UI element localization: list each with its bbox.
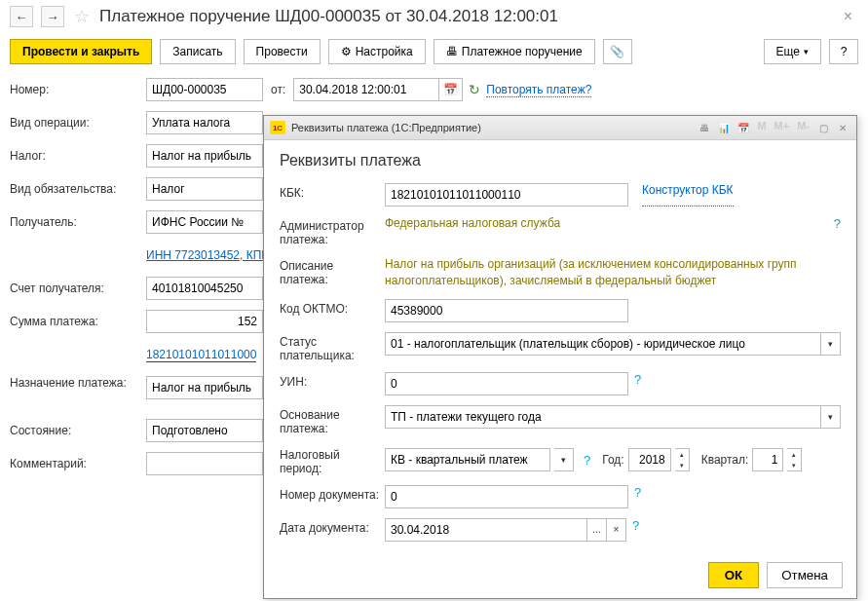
recipient-field[interactable] xyxy=(146,210,263,234)
close-icon[interactable]: × xyxy=(838,8,858,25)
payment-requisites-dialog: 1C Реквизиты платежа (1С:Предприятие) 🖶 … xyxy=(263,115,857,599)
status-select[interactable] xyxy=(385,332,821,356)
ok-button[interactable]: ОК xyxy=(708,562,760,588)
op-type-field[interactable] xyxy=(146,111,263,134)
desc-label: Описание платежа: xyxy=(280,256,385,289)
chevron-down-icon: ▾ xyxy=(804,47,809,56)
settings-button[interactable]: ⚙Настройка xyxy=(328,39,426,64)
sum-field[interactable] xyxy=(146,310,263,333)
docdate-label: Дата документа: xyxy=(280,518,385,542)
comment-label: Комментарий: xyxy=(10,457,146,470)
from-label: от: xyxy=(271,83,285,96)
obligation-field[interactable] xyxy=(146,177,263,201)
modal-heading: Реквизиты платежа xyxy=(280,152,841,169)
uin-field[interactable] xyxy=(385,372,628,395)
conduct-and-close-button[interactable]: Провести и закрыть xyxy=(10,39,152,64)
more-button[interactable]: Еще ▾ xyxy=(764,39,821,64)
docdate-select-button[interactable]: ... xyxy=(587,518,607,542)
calc-icon[interactable]: 📊 xyxy=(716,120,732,135)
quarter-field[interactable] xyxy=(752,448,783,471)
docdate-help-icon[interactable]: ? xyxy=(632,518,639,542)
header-bar: ← → ☆ Платежное поручение ШД00-000035 от… xyxy=(0,0,868,33)
comment-field[interactable] xyxy=(146,452,263,475)
acct-field[interactable] xyxy=(146,277,263,300)
help-button[interactable]: ? xyxy=(829,39,858,64)
calendar-icon[interactable]: 📅 xyxy=(736,120,751,135)
nav-forward-button[interactable]: → xyxy=(41,6,64,27)
docnum-help-icon[interactable]: ? xyxy=(634,485,641,508)
save-button[interactable]: Записать xyxy=(160,39,235,64)
period-label: Налоговый период: xyxy=(280,445,385,475)
toolbar: Провести и закрыть Записать Провести ⚙На… xyxy=(0,33,868,70)
admin-value: Федеральная налоговая служба xyxy=(385,216,560,246)
print-button[interactable]: 🖶Платежное поручение xyxy=(434,39,595,64)
basis-label: Основание платежа: xyxy=(280,405,385,435)
state-label: Состояние: xyxy=(10,424,146,437)
recipient-label: Получатель: xyxy=(10,215,146,229)
nav-back-button[interactable]: ← xyxy=(10,6,33,27)
calendar-button[interactable]: 📅 xyxy=(439,78,463,101)
obligation-label: Вид обязательства: xyxy=(10,182,146,196)
docnum-label: Номер документа: xyxy=(280,485,385,508)
minimize-icon[interactable]: ▢ xyxy=(815,120,831,135)
attach-button[interactable]: 📎 xyxy=(603,39,632,64)
docnum-field[interactable] xyxy=(385,485,628,508)
admin-label: Администратор платежа: xyxy=(280,216,385,246)
cancel-button[interactable]: Отмена xyxy=(767,562,843,588)
basis-dropdown-button[interactable]: ▾ xyxy=(821,405,841,429)
page-title: Платежное поручение ШД00-000035 от 30.04… xyxy=(99,7,558,26)
tax-label: Налог: xyxy=(10,149,146,163)
uin-label: УИН: xyxy=(280,372,385,395)
modal-close-icon[interactable]: ✕ xyxy=(835,120,850,135)
print-icon[interactable]: 🖶 xyxy=(697,120,712,135)
date-field[interactable] xyxy=(293,78,439,101)
kbk-label: КБК: xyxy=(280,183,385,207)
modal-window-title: Реквизиты платежа (1С:Предприятие) xyxy=(291,122,481,133)
acct-label: Счет получателя: xyxy=(10,282,146,295)
period-select[interactable] xyxy=(385,448,550,471)
1c-icon: 1C xyxy=(270,121,285,134)
op-type-label: Вид операции: xyxy=(10,116,146,130)
status-dropdown-button[interactable]: ▾ xyxy=(821,332,841,356)
m-icon[interactable]: M xyxy=(755,120,768,135)
oktmo-field[interactable] xyxy=(385,299,628,322)
quarter-label: Квартал: xyxy=(701,453,749,467)
kbk-field[interactable] xyxy=(385,183,628,207)
period-dropdown-button[interactable]: ▾ xyxy=(554,448,574,471)
number-field[interactable] xyxy=(146,78,263,101)
printer-icon: 🖶 xyxy=(446,45,458,58)
state-field[interactable] xyxy=(146,419,263,442)
m-plus-icon[interactable]: M+ xyxy=(773,120,792,135)
desc-value: Налог на прибыль организаций (за исключе… xyxy=(385,256,841,289)
quarter-spinner[interactable]: ▴▾ xyxy=(787,448,802,471)
oktmo-label: Код ОКТМО: xyxy=(280,299,385,322)
conduct-button[interactable]: Провести xyxy=(244,39,321,64)
docdate-clear-button[interactable]: × xyxy=(607,518,626,542)
basis-select[interactable] xyxy=(385,405,821,429)
purpose-field[interactable] xyxy=(146,376,263,399)
modal-titlebar: 1C Реквизиты платежа (1С:Предприятие) 🖶 … xyxy=(264,116,856,140)
sum-label: Сумма платежа: xyxy=(10,315,146,328)
tax-field[interactable] xyxy=(146,144,263,168)
uin-help-icon[interactable]: ? xyxy=(634,372,641,395)
admin-help-icon[interactable]: ? xyxy=(834,216,841,246)
kbk-constructor-link[interactable]: Конструктор КБК xyxy=(642,183,734,207)
repeat-payment-link[interactable]: Повторять платеж? xyxy=(486,83,591,97)
repeat-icon: ↻ xyxy=(469,82,480,97)
number-label: Номер: xyxy=(10,83,146,96)
purpose-label: Назначение платежа: xyxy=(10,376,146,390)
period-help-icon[interactable]: ? xyxy=(584,453,590,468)
year-spinner[interactable]: ▴▾ xyxy=(675,448,690,471)
kbk-display-link[interactable]: 18210101011011000 xyxy=(146,348,256,362)
year-field[interactable] xyxy=(628,448,671,471)
status-label: Статус плательщика: xyxy=(280,332,385,362)
gear-icon: ⚙ xyxy=(341,45,352,58)
m-minus-icon[interactable]: M- xyxy=(795,120,811,135)
docdate-field[interactable] xyxy=(385,518,587,542)
year-label: Год: xyxy=(602,453,623,467)
favorite-star-icon[interactable]: ☆ xyxy=(72,7,92,26)
